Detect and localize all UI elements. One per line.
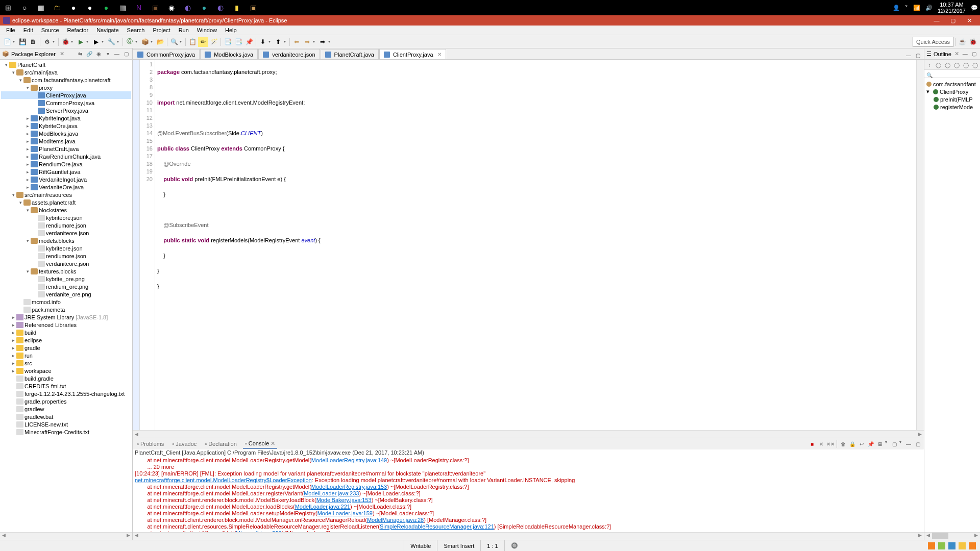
- close-view-icon[interactable]: ✕: [60, 51, 64, 57]
- tree-item[interactable]: ▸VerdaniteIngot.java: [1, 176, 131, 183]
- annotation1-icon[interactable]: 📑: [223, 37, 233, 47]
- expand-icon[interactable]: ▸: [24, 116, 31, 121]
- sort-icon[interactable]: ↕: [925, 61, 934, 69]
- focus-icon[interactable]: ◉: [94, 50, 103, 58]
- expand-icon[interactable]: ▾: [24, 85, 31, 90]
- outline-max-icon[interactable]: ▢: [970, 50, 978, 58]
- chrome2-icon[interactable]: ●: [84, 2, 96, 14]
- tree-item[interactable]: ▸RendiumOre.java: [1, 160, 131, 168]
- alert-icon[interactable]: [969, 542, 976, 549]
- outline-item[interactable]: preInit(FMLP: [926, 95, 978, 103]
- expand-icon[interactable]: ▸: [10, 338, 16, 343]
- tree-item[interactable]: MinecraftForge-Credits.txt: [1, 428, 131, 436]
- quick-access[interactable]: Quick Access: [913, 37, 953, 47]
- console-scroll-left-icon[interactable]: ◀: [133, 533, 140, 540]
- tray-chevron-icon[interactable]: ˅: [905, 5, 908, 11]
- run-icon[interactable]: ▶: [76, 37, 86, 47]
- chrome-icon[interactable]: ●: [67, 2, 80, 14]
- perspective-java-icon[interactable]: ☕: [957, 37, 967, 47]
- openfolder-icon[interactable]: 📂: [155, 37, 165, 47]
- bottom-tab-console[interactable]: ▫Console ✕: [243, 439, 277, 449]
- volume-icon[interactable]: 🔊: [925, 5, 933, 11]
- close-outline-icon[interactable]: ✕: [954, 51, 959, 57]
- maximize-button[interactable]: ▢: [945, 16, 961, 25]
- perspective-debug-icon[interactable]: 🐞: [968, 37, 978, 47]
- console-select-icon[interactable]: ▢: [890, 440, 898, 448]
- expand-icon[interactable]: ▸: [24, 131, 31, 136]
- tree-item[interactable]: ▸KybriteOre.java: [1, 122, 131, 130]
- filter5-icon[interactable]: ◯: [971, 61, 979, 69]
- display-icon[interactable]: 🖥: [876, 440, 884, 448]
- expand-icon[interactable]: ▸: [24, 139, 31, 144]
- tree-item[interactable]: ▸JRE System Library [JavaSE-1.8]: [1, 313, 131, 321]
- clear-icon[interactable]: 🗑: [839, 440, 847, 448]
- save-icon[interactable]: 💾: [17, 37, 28, 47]
- wrap-icon[interactable]: ↩: [857, 440, 866, 448]
- tree-item[interactable]: ▾com.factsandfantasy.planetcraft: [1, 76, 131, 84]
- expand-icon[interactable]: ▸: [10, 361, 16, 366]
- menu-project[interactable]: Project: [149, 26, 174, 34]
- expand-icon[interactable]: ▾: [926, 88, 932, 95]
- scrollbar-track[interactable]: [8, 533, 125, 539]
- updates-icon[interactable]: [938, 542, 945, 549]
- build-icon[interactable]: ⚙: [42, 37, 52, 47]
- notifications-icon[interactable]: 💬: [971, 5, 978, 11]
- editor-tab[interactable]: ClientProxy.java✕: [379, 49, 446, 59]
- outline-tree[interactable]: com.factsandfant▾ClientProxypreInit(FMLP…: [924, 78, 980, 532]
- annotation2-icon[interactable]: 📑: [233, 37, 243, 47]
- filter3-icon[interactable]: ◯: [953, 61, 961, 69]
- expand-icon[interactable]: ▾: [24, 238, 31, 243]
- tree-item[interactable]: ▸RiftGauntlet.java: [1, 168, 131, 176]
- tree-item[interactable]: ▸VerdaniteOre.java: [1, 183, 131, 191]
- expand-icon[interactable]: ▸: [24, 154, 31, 159]
- box-icon[interactable]: ▣: [247, 2, 259, 14]
- tree-item[interactable]: ▸KybriteIngot.java: [1, 114, 131, 122]
- coverage-icon[interactable]: ▶: [91, 37, 101, 47]
- tree-item[interactable]: forge-1.12.2-14.23.1.2555-changelog.txt: [1, 390, 131, 397]
- tree-item[interactable]: ▾blockstates: [1, 206, 131, 214]
- bottom-tab-declaration[interactable]: ▫Declaration: [203, 439, 239, 449]
- task-icon[interactable]: 📋: [187, 37, 198, 47]
- link-icon[interactable]: 🔗: [85, 50, 93, 58]
- editor-tab[interactable]: verdaniteore.json: [258, 49, 320, 59]
- explorer-icon[interactable]: 🗀: [51, 2, 63, 14]
- tree-item[interactable]: gradlew.bat: [1, 413, 131, 420]
- next-icon[interactable]: ⬇: [258, 37, 268, 47]
- tree-item[interactable]: ClientProxy.java: [1, 91, 131, 99]
- tree-item[interactable]: kybriteore.json: [1, 214, 131, 221]
- outline-min-icon[interactable]: —: [961, 50, 969, 58]
- tree-item[interactable]: ▸src: [1, 359, 131, 367]
- cortana-icon[interactable]: ○: [18, 2, 31, 14]
- search-icon[interactable]: 🔍: [169, 37, 179, 47]
- tree-item[interactable]: build.gradle: [1, 374, 131, 382]
- onenote-icon[interactable]: N: [133, 2, 145, 14]
- taskview-icon[interactable]: ▥: [35, 2, 47, 14]
- filter2-icon[interactable]: ◯: [944, 61, 952, 69]
- tree-item[interactable]: pack.mcmeta: [1, 306, 131, 313]
- calc-icon[interactable]: ▦: [116, 2, 129, 14]
- package-explorer-tree[interactable]: ▾PlanetCraft▾src/main/java▾com.factsandf…: [0, 60, 132, 532]
- maximize-editor-icon[interactable]: ▢: [914, 51, 922, 59]
- start-icon[interactable]: ⊞: [2, 2, 14, 14]
- expand-icon[interactable]: ▸: [24, 123, 31, 129]
- app-icon[interactable]: ◉: [165, 2, 178, 14]
- tree-item[interactable]: kybriteore.json: [1, 244, 131, 252]
- scroll-left-icon[interactable]: ◀: [0, 533, 8, 540]
- tree-item[interactable]: ▾PlanetCraft: [1, 61, 131, 68]
- tree-item[interactable]: ▸build: [1, 329, 131, 336]
- editor-tab[interactable]: PlanetCraft.java: [321, 49, 379, 59]
- pin2-icon[interactable]: 📌: [867, 440, 875, 448]
- close-button[interactable]: ✕: [962, 16, 977, 25]
- minimize-editor-icon[interactable]: —: [904, 51, 913, 59]
- newclass-icon[interactable]: Ⓖ: [125, 37, 135, 47]
- saveall-icon[interactable]: 🗎: [28, 37, 38, 47]
- menu-window[interactable]: Window: [193, 26, 221, 34]
- expand-icon[interactable]: ▾: [3, 62, 9, 67]
- close-icon[interactable]: ✕: [271, 440, 275, 447]
- expand-icon[interactable]: ▸: [10, 322, 16, 328]
- editor[interactable]: 123891011121314151617181920 package com.…: [133, 60, 924, 430]
- removeall-icon[interactable]: ✕✕: [826, 440, 835, 448]
- menu-file[interactable]: File: [2, 26, 19, 34]
- tree-item[interactable]: gradle.properties: [1, 397, 131, 405]
- tree-item[interactable]: ▾assets.planetcraft: [1, 198, 131, 206]
